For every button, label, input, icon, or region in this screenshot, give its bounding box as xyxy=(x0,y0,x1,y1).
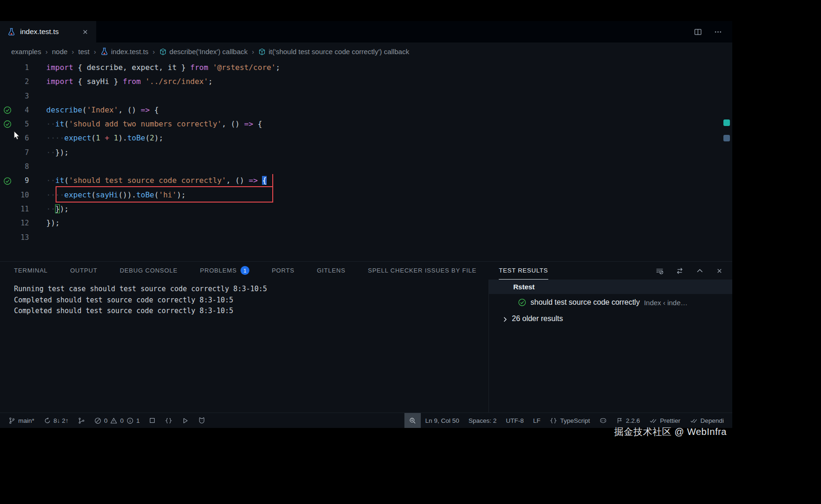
status-run-task[interactable] xyxy=(177,413,193,428)
code-token: { xyxy=(253,119,262,128)
status-pet[interactable] xyxy=(193,413,210,428)
maximize-panel-icon[interactable] xyxy=(696,267,704,275)
line-number[interactable]: 5 xyxy=(15,117,29,131)
code-text: ··}); xyxy=(29,202,69,216)
breadcrumb-item[interactable]: examples xyxy=(11,48,41,56)
status-eol[interactable]: LF xyxy=(529,413,545,428)
line-number[interactable]: 11 xyxy=(15,202,29,216)
status-git-graph[interactable] xyxy=(73,413,90,428)
line-number[interactable]: 4 xyxy=(15,103,29,117)
annotation-segment xyxy=(272,174,273,187)
test-result-item[interactable]: should test source code correctly Index … xyxy=(489,294,732,311)
breadcrumb-item[interactable]: test xyxy=(78,48,90,56)
test-location: Index ‹ inde… xyxy=(644,299,732,307)
panel-tab-terminal[interactable]: TERMINAL xyxy=(14,262,48,280)
panel-tab-test-results[interactable]: TEST RESULTS xyxy=(499,262,548,280)
play-icon xyxy=(182,417,189,424)
status-cursor-position[interactable]: Ln 9, Col 50 xyxy=(421,413,464,428)
code-token: , () xyxy=(226,176,248,185)
breadcrumb-item[interactable]: describe('Index') callback xyxy=(159,48,248,56)
code-line[interactable]: 6····expect(1 + 1).toBe(2); xyxy=(0,131,732,145)
breadcrumb-item[interactable]: it('should test source code correctly') … xyxy=(258,48,409,56)
breadcrumb-item[interactable]: index.test.ts xyxy=(100,48,149,56)
line-number[interactable]: 12 xyxy=(15,216,29,230)
split-editor-icon[interactable] xyxy=(694,28,702,36)
status-brackets[interactable] xyxy=(160,413,177,428)
line-number[interactable]: 10 xyxy=(15,188,29,202)
code-line[interactable]: 5··it('should add two numbers correctly'… xyxy=(0,117,732,131)
code-line[interactable]: 12}); xyxy=(0,216,732,230)
gutter-test-decoration[interactable] xyxy=(0,120,15,128)
code-token: expect xyxy=(64,133,92,142)
line-number[interactable]: 8 xyxy=(15,160,29,174)
swap-panel-icon[interactable] xyxy=(676,267,684,275)
line-number[interactable]: 6 xyxy=(15,131,29,145)
panel-tab-debug-console[interactable]: DEBUG CONSOLE xyxy=(120,262,177,280)
breadcrumb-separator: › xyxy=(94,48,96,56)
panel-tab-spell-checker-issues-by-file[interactable]: SPELL CHECKER ISSUES BY FILE xyxy=(368,262,477,280)
test-results-header[interactable]: Rstest xyxy=(489,280,732,294)
gutter-test-decoration[interactable] xyxy=(0,177,15,185)
status-indentation[interactable]: Spaces: 2 xyxy=(464,413,501,428)
status-branch[interactable]: main* xyxy=(4,413,39,428)
panel-tab-label: SPELL CHECKER ISSUES BY FILE xyxy=(368,267,477,274)
status-zoom[interactable] xyxy=(404,413,421,428)
code-editor[interactable]: 1import { describe, expect, it } from '@… xyxy=(0,61,732,261)
status-problems[interactable]: 001 xyxy=(90,413,145,428)
line-number[interactable]: 1 xyxy=(15,61,29,75)
code-line[interactable]: 4describe('Index', () => { xyxy=(0,103,732,117)
tab-close-icon[interactable] xyxy=(82,28,89,35)
filter-panel-icon[interactable] xyxy=(656,267,664,275)
breadcrumb: examples›node›test›index.test.ts›describ… xyxy=(0,42,732,61)
code-token: ). xyxy=(118,133,127,142)
line-number[interactable]: 9 xyxy=(15,174,29,188)
gutter-test-decoration[interactable] xyxy=(0,106,15,114)
status-language-mode[interactable]: TypeScript xyxy=(545,413,595,428)
code-token xyxy=(100,133,105,142)
test-pass-icon xyxy=(518,298,526,307)
line-number[interactable]: 3 xyxy=(15,89,29,103)
line-number[interactable]: 7 xyxy=(15,146,29,160)
code-token: ); xyxy=(154,133,163,142)
status-label: LF xyxy=(533,417,541,424)
code-token: { sayHi } xyxy=(73,77,123,86)
panel-tab-ports[interactable]: PORTS xyxy=(272,262,295,280)
tab-title: index.test.ts xyxy=(20,28,59,36)
code-line[interactable]: 8 xyxy=(0,160,732,174)
watermark: 掘金技术社区 @ WebInfra xyxy=(614,426,727,438)
breadcrumb-separator: › xyxy=(153,48,155,56)
code-token: ( xyxy=(82,105,87,114)
panel-tab-gitlens[interactable]: GITLENS xyxy=(317,262,345,280)
braces-icon xyxy=(550,417,557,424)
status-copilot[interactable] xyxy=(595,413,612,428)
code-line[interactable]: 2import { sayHi } from '../src/index'; xyxy=(0,75,732,89)
code-line[interactable]: 7··}); xyxy=(0,146,732,160)
code-line[interactable]: 13 xyxy=(0,231,732,245)
line-number[interactable]: 13 xyxy=(15,231,29,245)
close-panel-icon[interactable] xyxy=(716,267,723,274)
code-token: { describe, expect, it } xyxy=(73,63,190,72)
line-number[interactable]: 2 xyxy=(15,75,29,89)
older-results-row[interactable]: 26 older results xyxy=(489,311,732,327)
code-token: ( xyxy=(64,176,69,185)
panel-tab-problems[interactable]: PROBLEMS1 xyxy=(200,262,249,280)
status-sync[interactable]: 8↓ 2↑ xyxy=(39,413,73,428)
panel-tab-output[interactable]: OUTPUT xyxy=(70,262,97,280)
code-token: }); xyxy=(46,218,60,227)
code-line[interactable]: 9··it('should test source code correctly… xyxy=(0,174,732,188)
more-actions-icon[interactable] xyxy=(714,28,722,36)
code-token: + xyxy=(105,133,109,142)
copilot-icon xyxy=(599,417,607,424)
code-line[interactable]: 11··}); xyxy=(0,202,732,216)
code-token: ···· xyxy=(46,190,64,199)
tab-index-test-ts[interactable]: index.test.ts xyxy=(0,21,96,42)
breadcrumb-item[interactable]: node xyxy=(52,48,67,56)
code-line[interactable]: 10····expect(sayHi()).toBe('hi'); xyxy=(0,188,732,202)
code-line[interactable]: 1import { describe, expect, it } from '@… xyxy=(0,61,732,75)
warning-icon xyxy=(110,417,117,424)
status-encoding[interactable]: UTF-8 xyxy=(501,413,528,428)
code-line[interactable]: 3 xyxy=(0,89,732,103)
code-text: describe('Index', () => { xyxy=(29,103,159,117)
status-stop[interactable] xyxy=(144,413,160,428)
code-token xyxy=(109,133,114,142)
